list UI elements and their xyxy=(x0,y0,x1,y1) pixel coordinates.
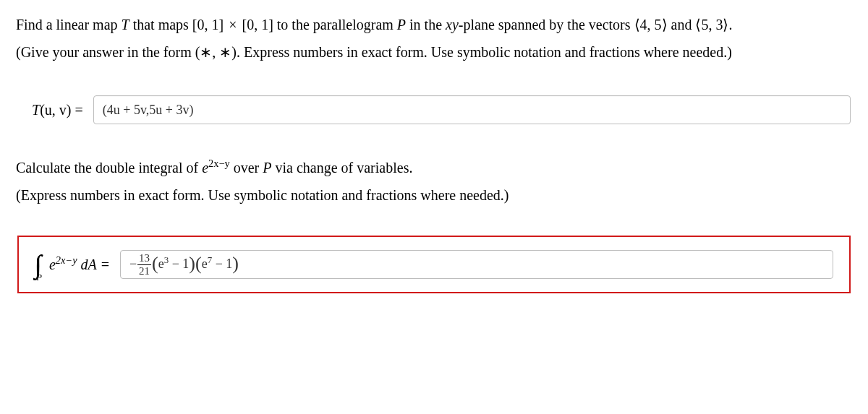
answer2-value: −1321(e3 − 1)(e7 − 1) xyxy=(129,253,239,277)
answer1-row: T(u, v) = (4u + 5v,5u + 3v) xyxy=(16,92,852,127)
answer1-input[interactable]: (4u + 5v,5u + 3v) xyxy=(93,95,851,124)
problem1-hint: (Give your answer in the form (∗, ∗). Ex… xyxy=(16,40,852,64)
answer2-label: ∫∫P e2x−y dA = xyxy=(35,251,110,277)
problem2-hint: (Express numbers in exact form. Use symb… xyxy=(16,184,852,207)
answer1-label: T(u, v) = xyxy=(32,102,83,118)
answer2-input[interactable]: −1321(e3 − 1)(e7 − 1) xyxy=(120,250,833,279)
problem1-text: Find a linear map T that maps [0, 1] × [… xyxy=(16,13,852,36)
problem2-text: Calculate the double integral of e2x−y o… xyxy=(16,156,852,179)
answer2-row: ∫∫P e2x−y dA = −1321(e3 − 1)(e7 − 1) xyxy=(17,236,851,293)
answer1-value: (4u + 5v,5u + 3v) xyxy=(103,103,194,118)
